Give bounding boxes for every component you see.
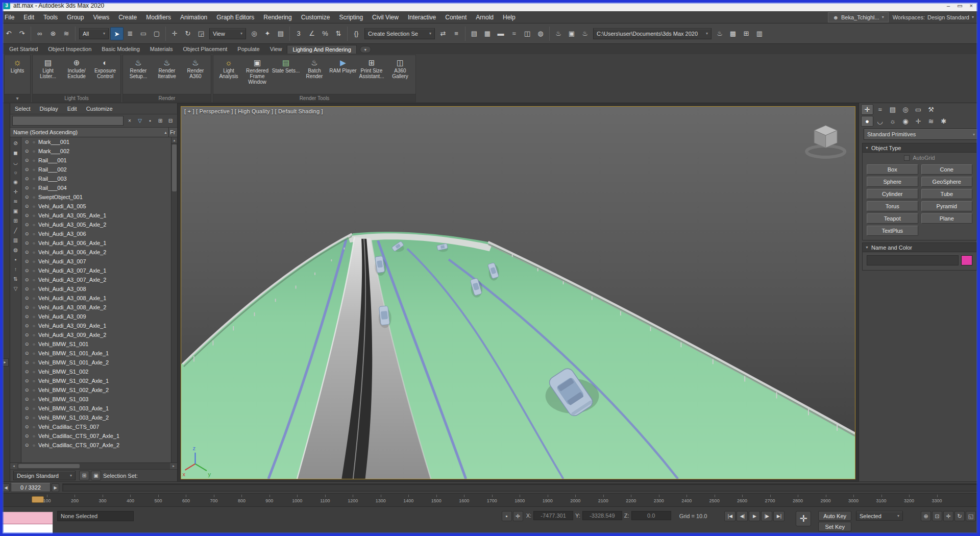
visibility-eye-icon[interactable]: ⊙ — [23, 415, 31, 420]
key-filter-dropdown[interactable]: Selected▾ — [856, 511, 903, 521]
scene-object-row[interactable]: ⊙ ○ Vehi_Audi_A3_007_Axle_1 — [21, 266, 171, 275]
play-button[interactable]: ▶ — [749, 511, 760, 521]
ribbon-options-button[interactable]: ▾ — [360, 46, 371, 53]
next-frame-arrow[interactable]: ▶ — [52, 483, 59, 492]
visibility-eye-icon[interactable]: ⊙ — [23, 139, 31, 144]
explorer-search-input[interactable] — [12, 116, 124, 126]
snaps-toggle-icon[interactable]: 3 — [292, 27, 305, 40]
object-color-swatch[interactable] — [961, 255, 972, 265]
display-materials-icon[interactable]: ◍ — [11, 245, 20, 255]
batch-render-button[interactable]: ♨ Batch Render — [300, 56, 329, 79]
lights-panel-expander[interactable]: ▾ — [5, 94, 30, 102]
ribbon-tab[interactable]: Lighting And Rendering — [287, 45, 356, 54]
angle-snap-icon[interactable]: ∠ — [305, 27, 318, 40]
scroll-right-icon[interactable]: ▸ — [170, 463, 177, 469]
visibility-eye-icon[interactable]: ⊙ — [23, 250, 31, 255]
schematic-view-icon[interactable]: ◫ — [521, 27, 534, 40]
visibility-eye-icon[interactable]: ⊙ — [23, 406, 31, 411]
named-selection-sets-icon[interactable]: {} — [350, 27, 363, 40]
primitive-button[interactable]: Cone — [921, 164, 973, 175]
maximize-viewport-icon[interactable]: ◱ — [966, 511, 976, 521]
ribbon-toggle-icon[interactable]: ▬ — [494, 27, 507, 40]
listener-script-line[interactable] — [1, 524, 53, 536]
viewport-canvas[interactable]: x y z — [181, 107, 855, 479]
object-name-input[interactable] — [867, 255, 959, 265]
ribbon-tab[interactable]: Materials — [145, 45, 178, 53]
visibility-eye-icon[interactable]: ⊙ — [23, 286, 31, 291]
menu-item[interactable]: Rendering — [259, 11, 296, 23]
shapes-category[interactable]: ◡ — [874, 116, 886, 127]
lights-button[interactable]: ☼ Lights — [6, 56, 29, 74]
visibility-eye-icon[interactable]: ⊙ — [23, 222, 31, 227]
scene-object-row[interactable]: ⊙ ○ Vehi_Audi_A3_007 — [21, 257, 171, 266]
sync-selection-icon[interactable]: ⇅ — [11, 274, 20, 284]
visibility-eye-icon[interactable]: ⊙ — [23, 213, 31, 218]
menu-item[interactable]: Help — [498, 11, 520, 23]
visibility-eye-icon[interactable]: ⊙ — [23, 397, 31, 402]
autogrid-checkbox[interactable] — [904, 155, 910, 161]
explorer-horizontal-scrollbar[interactable]: ◂ ▸ — [10, 462, 177, 469]
collapse-all-icon[interactable]: ⊟ — [166, 116, 175, 126]
primitive-category-dropdown[interactable]: Standard Primitives▾ — [864, 129, 978, 140]
menu-item[interactable]: Tools — [39, 11, 62, 23]
align-icon[interactable]: ≡ — [450, 27, 463, 40]
display-cameras-icon[interactable]: ◉ — [11, 177, 20, 187]
visibility-eye-icon[interactable]: ⊙ — [23, 259, 31, 264]
account-menu[interactable]: ☻ Beka_Tchighl... ▾ — [828, 12, 888, 22]
display-bones-icon[interactable]: ╱ — [11, 226, 20, 235]
explorer-menu-item[interactable]: Display — [35, 106, 63, 112]
keyboard-override-icon[interactable]: ▤ — [274, 27, 287, 40]
utilities-tab[interactable]: ⚒ — [925, 104, 937, 115]
state-sets-button[interactable]: ▤ State Sets... — [272, 56, 300, 74]
light-analysis-button[interactable]: ☼ Light Analysis — [214, 56, 243, 79]
x-coordinate-field[interactable]: -7477.301 — [533, 511, 573, 520]
zoom-icon[interactable]: ⊕ — [921, 511, 931, 521]
scene-object-row[interactable]: ⊙ ○ Vehi_BMW_S1_002_Axle_2 — [21, 385, 171, 395]
display-tab[interactable]: ▭ — [912, 104, 924, 115]
rectangular-selection-icon[interactable]: ▭ — [137, 27, 150, 40]
explorer-menu-item[interactable]: Edit — [63, 106, 82, 112]
primitive-button[interactable]: Tube — [921, 189, 973, 199]
create-tab[interactable]: ✛ — [861, 104, 873, 115]
visibility-eye-icon[interactable]: ⊙ — [23, 443, 31, 448]
rendered-frame-window-button[interactable]: ▣ Rendered Frame Window — [243, 56, 272, 85]
orbit-icon[interactable]: ↻ — [954, 511, 965, 521]
scene-object-row[interactable]: ⊙ ○ Vehi_Audi_A3_005_Axle_1 — [21, 211, 171, 220]
explorer-pin-icon[interactable]: ▣ — [91, 471, 101, 480]
display-groups-icon[interactable]: ▣ — [11, 206, 20, 216]
scene-object-row[interactable]: ⊙ ○ Vehi_Audi_A3_009_Axle_2 — [21, 330, 171, 339]
select-by-name-icon[interactable]: ≣ — [124, 27, 137, 40]
reference-coordinate-dropdown[interactable]: View▾ — [209, 28, 246, 39]
select-scale-icon[interactable]: ◲ — [194, 27, 208, 40]
select-and-link-icon[interactable]: ∞ — [33, 27, 46, 40]
maxscript-mini-listener[interactable] — [0, 511, 53, 536]
display-spacewarps-icon[interactable]: ≋ — [11, 197, 20, 206]
spacewarps-category[interactable]: ≋ — [925, 116, 937, 127]
select-rotate-icon[interactable]: ↻ — [181, 27, 194, 40]
scene-object-row[interactable]: ⊙ ○ Vehi_Cadillac_CTS_007_Axle_1 — [21, 431, 171, 441]
visibility-eye-icon[interactable]: ⊙ — [23, 185, 31, 190]
track-bar-handle[interactable] — [32, 496, 44, 503]
previous-frame-button[interactable]: ◀| — [737, 511, 748, 521]
ribbon-tab[interactable]: Populate — [232, 45, 264, 53]
menu-item[interactable]: File — [0, 11, 19, 23]
scene-object-row[interactable]: ⊙ ○ Vehi_Audi_A3_005 — [21, 202, 171, 211]
scene-object-row[interactable]: ⊙ ○ Vehi_BMW_S1_002 — [21, 367, 171, 376]
select-manipulate-icon[interactable]: ✦ — [261, 27, 274, 40]
explorer-vertical-scrollbar[interactable]: ▴ — [171, 137, 177, 462]
project-path-dropdown[interactable]: C:\Users\user\Documents\3ds Max 2020▾ — [593, 28, 712, 39]
selection-lock-icon[interactable]: ▪ — [502, 511, 512, 521]
visibility-eye-icon[interactable]: ⊙ — [23, 424, 31, 429]
workspace-dropdown[interactable]: Design Standard▾ — [13, 471, 76, 480]
scene-object-row[interactable]: ⊙ ○ Vehi_Audi_A3_008_Axle_1 — [21, 294, 171, 303]
z-coordinate-field[interactable]: 0.0 — [631, 511, 671, 520]
scene-object-row[interactable]: ⊙ ○ Vehi_BMW_S1_002_Axle_1 — [21, 376, 171, 385]
geometry-category[interactable]: ● — [861, 116, 873, 127]
render-in-cloud-icon[interactable]: ♨ — [713, 27, 726, 40]
scroll-left-icon[interactable]: ◂ — [10, 463, 17, 469]
scene-object-row[interactable]: ⊙ ○ Vehi_BMW_S1_001 — [21, 339, 171, 349]
scene-object-row[interactable]: ⊙ ○ Vehi_Audi_A3_009_Axle_1 — [21, 321, 171, 330]
systems-category[interactable]: ✱ — [938, 116, 950, 127]
visibility-eye-icon[interactable]: ⊙ — [23, 277, 31, 282]
visibility-eye-icon[interactable]: ⊙ — [23, 323, 31, 328]
